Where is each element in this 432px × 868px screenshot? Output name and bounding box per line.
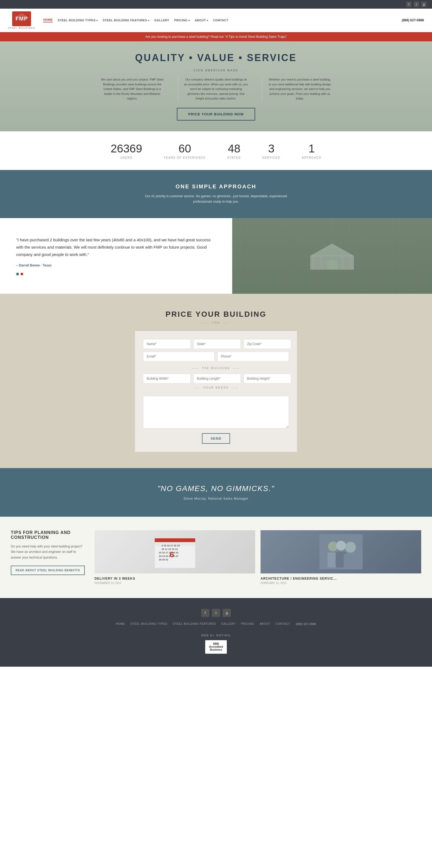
price-building-button[interactable]: PRICE YOUR BUILDING NOW [177,108,255,121]
stat-services-label: SERVICES [262,156,280,159]
alert-bar[interactable]: Are you looking to purchase a steel buil… [0,32,432,41]
dot-1[interactable] [16,273,19,275]
approach-text: Our #1 priority is customer service. No … [135,193,297,205]
testimonial-dots [16,273,216,275]
stat-users-label: USERS [111,156,142,159]
nav-steel-building-features[interactable]: STEEL BUILDING FEATURES [103,19,149,22]
stat-experience-label: YEARS OF EXPERIENCE [164,156,206,159]
email-input[interactable] [143,351,214,361]
blog-card-1[interactable]: 4 15 16 17 18 19 10 11 12 13 14 15 16 17… [95,530,255,585]
stat-approach: 1 APPROACH [302,142,321,159]
quote-attribution: Steve Murray, National Sales Manager [5,497,427,500]
footer-nav-home[interactable]: HOME [116,622,125,630]
footer-phone: (888) 627-0988 [296,622,316,626]
form-row-3 [143,374,289,383]
needs-textarea[interactable] [143,396,289,428]
testimonial-building-photo [232,218,432,294]
footer-nav-types[interactable]: STEEL BUILDING TYPES [130,622,167,630]
name-input[interactable] [143,339,191,349]
blog-card-2[interactable]: ARCHITECTURE / ENGINEERING SERVIC... FEB… [261,530,421,585]
hero-col-1: We care about you and your project. FMP … [95,77,170,101]
testimonial-author: – Darrell Beene - Texas [16,264,216,267]
footer-nav-features[interactable]: STEEL BUILDING FEATURES [173,622,216,630]
svg-text:4 15 16 17 18 19: 4 15 16 17 18 19 [162,544,180,547]
testimonial-left: "I have purchased 2 buildings over the l… [0,218,232,294]
logo[interactable]: FMP STEEL BUILDINGS [8,11,35,29]
nav-pricing[interactable]: PRICING [174,19,190,22]
svg-text:15 16 17 18 19 20: 15 16 17 18 19 20 [159,551,178,554]
hero-section: QUALITY • VALUE • SERVICE 100% AMERICAN … [0,41,432,131]
tips-left: TIPS FOR PLANNING AND CONSTRUCTION Do yo… [11,530,87,575]
length-input[interactable] [193,374,241,383]
bbb-badge-text: BBBAccreditedBusiness [209,642,223,651]
approach-heading: ONE SIMPLE APPROACH [5,184,427,190]
hero-col-3: Whether you need to purchase a steel bui… [262,77,337,101]
hero-content: QUALITY • VALUE • SERVICE 100% AMERICAN … [5,52,427,121]
quote-section: "NO GAMES, NO GIMMICKS." Steve Murray, N… [0,468,432,517]
price-section: PRICE YOUR BUILDING YOU THE BUILDING YOU… [0,294,432,468]
needs-divider: YOUR NEEDS [143,386,289,389]
testimonial-section: "I have purchased 2 buildings over the l… [0,218,432,294]
hero-tagline: 100% AMERICAN MADE [5,69,427,72]
logo-text: FMP [16,16,28,22]
calendar-icon: 4 15 16 17 18 19 10 11 12 13 14 15 16 17… [153,534,197,569]
nav-contact[interactable]: CONTACT [213,19,228,22]
blog-card-1-date: NOVEMBER 13, 2013 [95,582,255,585]
stat-users-num: 26369 [111,142,142,155]
zip-input[interactable] [243,339,291,349]
footer-twitter-icon[interactable]: t [212,609,220,617]
footer-nav-about[interactable]: ABOUT [260,622,270,630]
nav-steel-building-types[interactable]: STEEL BUILDING TYPES [58,19,98,22]
header: FMP STEEL BUILDINGS HOME STEEL BUILDING … [0,9,432,32]
form-row-2 [143,351,289,361]
blog-card-2-date: FEBRUARY 12, 2015 [261,582,421,585]
stat-states-num: 48 [227,142,240,155]
tips-text: Do you need help with your steel buildin… [11,544,87,560]
tips-button[interactable]: READ ABOUT STEEL BUILDING BENEFITS [11,566,85,575]
people-icon [320,534,363,569]
alert-text: Are you looking to purchase a steel buil… [145,35,287,39]
hero-col-2: Our company delivers quality steel build… [178,77,254,101]
nav-gallery[interactable]: GALLERY [155,19,170,22]
tips-heading: TIPS FOR PLANNING AND CONSTRUCTION [11,530,87,540]
approach-section: ONE SIMPLE APPROACH Our #1 priority is c… [0,170,432,218]
dot-2[interactable] [21,273,23,275]
send-button[interactable]: SEND [202,433,230,444]
phone-input[interactable] [218,351,289,361]
hero-columns: We care about you and your project. FMP … [95,77,337,101]
footer: f t g HOME STEEL BUILDING TYPES STEEL BU… [0,598,432,667]
nav-home[interactable]: HOME [43,18,53,23]
state-input[interactable] [193,339,241,349]
main-quote: "NO GAMES, NO GIMMICKS." [5,484,427,493]
width-input[interactable] [143,374,191,383]
footer-facebook-icon[interactable]: f [201,609,209,617]
main-nav: HOME STEEL BUILDING TYPES STEEL BUILDING… [43,18,402,23]
stat-states-label: STATES [227,156,240,159]
top-bar: f t g [0,0,432,9]
facebook-icon-top[interactable]: f [406,2,411,7]
twitter-icon-top[interactable]: t [413,2,419,7]
footer-nav: HOME STEEL BUILDING TYPES STEEL BUILDING… [5,622,427,630]
blog-posts: 4 15 16 17 18 19 10 11 12 13 14 15 16 17… [95,530,421,585]
stat-approach-num: 1 [302,142,321,155]
footer-social: f t g [5,609,427,617]
nav-about[interactable]: ABOUT [195,19,208,22]
bbb-badge: BBBAccreditedBusiness [205,640,227,654]
footer-google-icon[interactable]: g [223,609,231,617]
footer-nav-gallery[interactable]: GALLERY [222,622,236,630]
height-input[interactable] [243,374,291,383]
hero-headline: QUALITY • VALUE • SERVICE [5,52,427,63]
footer-nav-contact[interactable]: CONTACT [276,622,291,630]
footer-nav-pricing[interactable]: PRICING [241,622,254,630]
svg-rect-2 [327,260,337,270]
price-form: THE BUILDING YOUR NEEDS SEND [135,331,297,452]
svg-text:6: 6 [170,550,174,559]
google-icon-top[interactable]: g [421,2,427,7]
you-divider: YOU [5,321,427,324]
stat-experience: 60 YEARS OF EXPERIENCE [164,142,206,159]
svg-point-21 [345,542,356,553]
header-phone[interactable]: (888) 627-0988 [402,19,424,22]
building-sketch-icon [305,240,359,272]
blog-card-2-image [261,530,421,574]
blog-card-1-title: DELIVERY IN 3 WEEKS [95,577,255,581]
